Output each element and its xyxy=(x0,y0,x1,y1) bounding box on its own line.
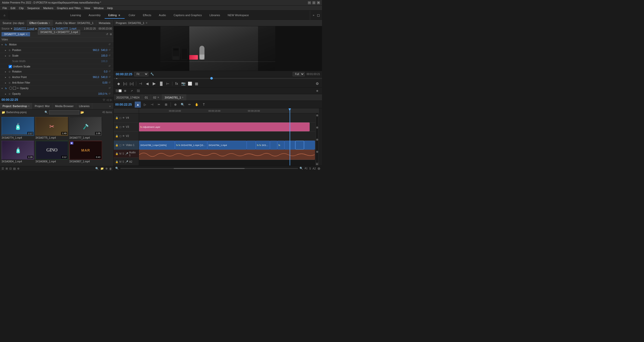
add-track-button[interactable]: ⊕ xyxy=(315,162,318,165)
a2-lock-icon[interactable]: 🔒 xyxy=(115,160,118,163)
tab-assembly[interactable]: Assembly xyxy=(85,12,104,19)
track-content-v2[interactable] xyxy=(139,132,318,141)
a1-solo-icon[interactable]: S xyxy=(122,152,124,155)
tl-zoom-in[interactable]: 🔍 xyxy=(300,167,303,170)
tab-metadata[interactable]: Metadata xyxy=(96,20,113,26)
go-to-out-button[interactable]: ⊢ xyxy=(165,81,171,86)
compare-button[interactable]: ⬛⬜ xyxy=(116,88,121,94)
opacity-circle[interactable] xyxy=(9,87,12,90)
settings-button[interactable]: ⚙ xyxy=(314,81,320,86)
media-item-4[interactable]: 🧴 1:26 3XSA0804_1.mp4 xyxy=(2,141,34,163)
pen-tool[interactable]: ✏ xyxy=(187,102,193,108)
track-content-v4[interactable] xyxy=(139,113,318,123)
zoom-tool[interactable]: 🔍 xyxy=(179,102,186,108)
track-content-a2[interactable] xyxy=(139,160,318,165)
slip-tool[interactable]: ⊞ xyxy=(163,102,169,108)
insert-delete-tool[interactable]: ⊕ xyxy=(172,102,178,108)
selection-tool[interactable]: ▲ xyxy=(135,102,141,108)
v2-lock-icon[interactable]: 🔒 xyxy=(115,135,118,137)
menu-help[interactable]: Help xyxy=(106,6,114,10)
menu-clip[interactable]: Clip xyxy=(17,6,25,10)
motion-reset[interactable]: ↺ xyxy=(108,43,112,46)
ec-filter-icon[interactable]: ▽ xyxy=(103,98,105,102)
menu-sequence[interactable]: Sequence xyxy=(26,6,41,10)
monitor-menu-icon[interactable]: ≡ xyxy=(146,21,147,24)
play-back-button[interactable]: ◀ xyxy=(144,81,150,86)
media-item-3[interactable]: 🪒 1:05 3XSA0777_1.mp4 xyxy=(69,117,102,140)
menu-edit[interactable]: Edit xyxy=(9,6,17,10)
media-item-2[interactable]: ✂ 1:49 3XSA0775_1.mp4 xyxy=(35,117,68,140)
source-file-link[interactable]: 3XSA0777_1.mp4 xyxy=(14,27,34,30)
tl-audio-toggle[interactable]: S xyxy=(309,167,311,170)
ec-next-kf-icon[interactable]: ▷ xyxy=(110,98,112,102)
anchor-x[interactable]: 960,0 xyxy=(93,76,99,79)
tab-project-barbershop[interactable]: Project: Barbershop ≡ xyxy=(0,103,32,109)
ec-prev-kf-icon[interactable]: ◁ xyxy=(106,98,108,102)
delete-icon[interactable]: 🗑 xyxy=(109,167,112,170)
seq-tab-4-menu[interactable]: ≡ xyxy=(182,96,183,99)
go-to-in-button[interactable]: ⊣ xyxy=(138,81,143,86)
menu-markers[interactable]: Markers xyxy=(42,6,55,10)
position-y[interactable]: 540,0 xyxy=(101,49,107,52)
timeline-ruler[interactable]: 00:00:10:00 00:00:15:00 00:00:20:00 xyxy=(139,108,318,113)
seq-tab-2[interactable]: 01 xyxy=(142,94,151,101)
v1-vis-icon[interactable]: 👁 xyxy=(122,144,125,146)
a2-solo-icon[interactable]: S xyxy=(122,160,124,163)
new-bin-icon[interactable]: 📂 xyxy=(80,111,84,114)
clip-tab[interactable]: 3XSA0777_1.mp4 ✕ xyxy=(2,32,30,36)
export-frame-button[interactable]: 📷 xyxy=(180,81,186,86)
monitor-wrench-icon[interactable]: 🔧 xyxy=(150,72,154,76)
home-button[interactable]: ⌂ xyxy=(0,11,9,20)
uniform-scale-reset[interactable]: ↺ xyxy=(108,65,112,68)
opacity-rect[interactable] xyxy=(13,87,16,90)
a2-mic-icon[interactable]: 🎤 xyxy=(125,160,128,163)
automate-icon[interactable]: ⊛ xyxy=(17,167,19,170)
tl-scroll-bar[interactable] xyxy=(120,168,298,169)
seq-tab-3[interactable]: 02 ✕ xyxy=(151,94,162,101)
razor-tool[interactable]: ✂ xyxy=(156,102,162,108)
opacity-reset[interactable]: ↺ xyxy=(108,92,112,96)
type-tool[interactable]: T xyxy=(201,102,207,108)
tab-project-mor[interactable]: Project: Mor xyxy=(32,103,52,109)
project-search-input[interactable] xyxy=(49,110,79,114)
track-content-v1[interactable]: 3XSA0789_1.mp4 [160%] fx fx 3XSA0789_1.m… xyxy=(139,141,318,150)
tab-new-workspace[interactable]: NEW Workspace xyxy=(224,12,252,19)
add-to-timeline-button[interactable]: ⊕ xyxy=(314,88,320,94)
a1-sync-icon[interactable]: M xyxy=(119,152,121,155)
opacity-pen[interactable]: ✏ xyxy=(17,87,19,90)
clip-v1-4[interactable] xyxy=(247,141,256,150)
tab-effect-controls[interactable]: Effect Controls ≡ xyxy=(27,20,53,26)
clip-v1-selected[interactable] xyxy=(295,141,304,150)
clip-v1-1[interactable]: 3XSA0789_1.mp4 [160%] xyxy=(139,141,175,150)
adjustment-layer-clip[interactable]: fx Adjustment Layer xyxy=(139,123,310,131)
clip-v1-5[interactable]: fx fx 3XSA079 xyxy=(256,141,270,150)
tab-captions[interactable]: Captions and Graphics xyxy=(170,12,205,19)
media-item-1[interactable]: 🧴 2:17 3XSA0774_1.mp4 xyxy=(2,117,34,140)
tab-source-no-clips[interactable]: Source: (no clips) xyxy=(0,20,27,26)
fit-select[interactable]: Fit 25% 50% 100% xyxy=(134,72,148,76)
tab-learning[interactable]: Learning xyxy=(67,12,85,19)
seq-tab-4[interactable]: 3XSA0781_1 ≡ xyxy=(162,94,186,101)
v1-sync-icon[interactable]: ◻ xyxy=(119,144,121,146)
opacity-val-expand[interactable]: ▸ xyxy=(5,93,9,95)
rotation-reset[interactable]: ↺ xyxy=(108,70,112,74)
hand-tool[interactable]: ✋ xyxy=(194,102,200,108)
clip-v1-6[interactable] xyxy=(270,141,277,150)
fx-button[interactable]: fx xyxy=(174,81,179,86)
clip-tab-close[interactable]: ✕ xyxy=(26,33,28,36)
notifications-icon[interactable]: ◻ xyxy=(317,13,320,17)
menu-view[interactable]: View xyxy=(83,6,92,10)
ec-reset-icon[interactable]: ↺ xyxy=(106,33,108,36)
tab-audio[interactable]: Audio xyxy=(155,12,170,19)
overlay-button[interactable]: ⊞ xyxy=(122,88,128,94)
media-item-5[interactable]: GINO 3:12 3XSA0806_1.mp4 xyxy=(35,141,68,163)
a1-mic-icon[interactable]: 🎤 xyxy=(125,152,128,155)
track-content-a1[interactable] xyxy=(139,150,318,160)
anchor-anim[interactable]: ⊙ xyxy=(9,76,12,79)
clip-v1-7[interactable]: fx xyxy=(277,141,284,150)
new-item-icon[interactable]: ⊕ xyxy=(105,167,108,170)
opacity-header-reset[interactable]: ↺ xyxy=(108,87,112,90)
clip-v1-2[interactable]: fx fx 3XSA0789_1.mp4 [159%] xyxy=(175,141,207,150)
opacity-anim[interactable]: ⊙ xyxy=(9,93,12,95)
v4-vis-icon[interactable]: 👁 xyxy=(122,116,125,119)
